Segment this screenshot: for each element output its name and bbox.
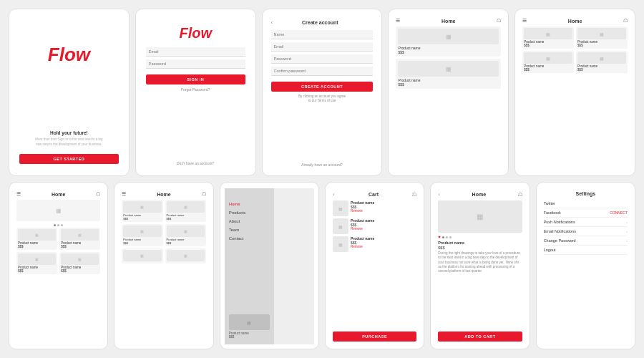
cart-header-icon[interactable]: ☖	[412, 192, 416, 198]
product-card-4[interactable]: ▦ Product name $$$	[576, 51, 628, 73]
detail-description: During the right drawings to take your l…	[438, 251, 522, 274]
dot-3	[61, 224, 63, 226]
phone-signin: Flow SIGN IN Forgot Password? Don't have…	[135, 9, 256, 176]
cart-icon4[interactable]: ☖	[202, 191, 206, 197]
create-password-input[interactable]	[271, 54, 374, 64]
already-have-account[interactable]: Already have an account?	[271, 163, 374, 167]
nav-item-about[interactable]: About	[229, 217, 270, 226]
detail-cart-icon[interactable]: ☖	[518, 192, 522, 198]
h4-img6: ▦	[167, 250, 205, 261]
bottom-product-row2: ▦ Product name $$$ ▦ Product name $$$	[16, 252, 100, 274]
home1-header: ☰ Home ☖	[396, 18, 501, 24]
product-card-2[interactable]: ▦ Product name $$$	[576, 26, 628, 49]
h4-p6[interactable]: ▦	[165, 248, 206, 263]
nav-overlay[interactable]	[274, 188, 314, 344]
detail-dot-2	[446, 236, 448, 238]
cart-icon[interactable]: ☖	[497, 18, 501, 24]
home4-screen: ☰ Home ☖ ▦ Product name $$$ ▦ Product na…	[119, 188, 208, 344]
detail-dot-1	[442, 236, 444, 238]
purchase-button[interactable]: PURCHASE	[333, 332, 416, 342]
no-account-text: Don't have an account?	[177, 161, 214, 165]
top-row: Flow Hold your future! More than from Si…	[9, 9, 635, 176]
product-card-1[interactable]: ▦ Product name $$$	[522, 26, 574, 49]
home4-title: Home	[126, 192, 201, 197]
bottom-img-icon-2: ▦	[78, 233, 82, 237]
detail-dot-3	[449, 236, 452, 238]
product-card-3[interactable]: ▦ Product name $$$	[522, 51, 574, 73]
settings-email[interactable]: Email Notifications ›	[544, 227, 628, 236]
settings-push[interactable]: Push Notifications ›	[544, 218, 628, 227]
bottom-img-icon-3: ▦	[35, 257, 39, 261]
h4-icon4: ▦	[184, 229, 187, 233]
bottom-product-4[interactable]: ▦ Product name $$$	[59, 252, 100, 274]
nav-drawer: Home Products About Team Contact ▦ Produ…	[225, 188, 274, 344]
add-to-cart-button[interactable]: ADD TO CART	[438, 332, 522, 342]
settings-facebook-value[interactable]: CONNECT	[610, 211, 628, 215]
remove-link-2[interactable]: Remove	[351, 227, 416, 231]
heart-icon[interactable]: ♥	[438, 235, 441, 239]
featured-product-price: $$$	[398, 50, 499, 54]
featured-product-card[interactable]: ▦ Product name $$$	[396, 26, 501, 57]
cart-img-icon-3: ▦	[338, 242, 343, 247]
cart-icon3[interactable]: ☖	[96, 191, 100, 197]
settings-password[interactable]: Change Password ›	[544, 236, 628, 246]
detail-img-icon: ▦	[477, 213, 483, 221]
settings-password-arrow: ›	[626, 238, 628, 243]
home1-screen: ☰ Home ☖ ▦ Product name $$$ ▦	[393, 15, 504, 171]
phone-home2: ☰ Home ☖ ▦ Product name $$$ ▦ Product na…	[514, 9, 635, 176]
nav-item-contact[interactable]: Contact	[229, 234, 270, 243]
create-email-input[interactable]	[271, 42, 374, 52]
nav-item-products[interactable]: Products	[229, 208, 270, 217]
cart-header: ‹ Cart ☖	[333, 191, 416, 198]
cart-icon2[interactable]: ☖	[623, 18, 628, 24]
h4-p2[interactable]: ▦ Product name $$$	[165, 200, 206, 222]
settings-facebook[interactable]: Facebook CONNECT	[544, 208, 628, 218]
bottom-product-2[interactable]: ▦ Product name $$$	[59, 228, 100, 250]
home2-header: ☰ Home ☖	[522, 18, 628, 24]
product-img-2: ▦	[577, 28, 626, 39]
h4-p4[interactable]: ▦ Product name $$$	[165, 224, 206, 246]
bottom-price-3: $$$	[18, 269, 56, 273]
cart-title: Cart	[335, 192, 413, 197]
product-price-3: $$$	[524, 68, 572, 72]
img-icon-2: ▦	[600, 32, 604, 37]
settings-twitter-label: Twitter	[544, 201, 555, 205]
email-input[interactable]	[146, 47, 245, 57]
featured-product-card2[interactable]: ▦ Product name $$$	[396, 59, 501, 89]
name-input[interactable]	[271, 30, 374, 39]
cart-item-3: ▦ Product name $$$ Remove	[333, 236, 416, 252]
create-account-button[interactable]: CREATE ACCOUNT	[271, 82, 374, 92]
settings-twitter[interactable]: Twitter	[544, 199, 628, 208]
settings-logout[interactable]: Logout	[544, 246, 628, 255]
phone-detail: ‹ Home ☖ ▦ ♥ Pro	[430, 182, 530, 349]
password-input[interactable]	[146, 59, 245, 69]
h4-p1[interactable]: ▦ Product name $$$	[122, 200, 162, 222]
h4-icon6: ▦	[184, 253, 187, 258]
canvas: Flow Hold your future! More than from Si…	[0, 0, 644, 358]
h4-p3[interactable]: ▦ Product name $$$	[122, 224, 162, 246]
remove-link-1[interactable]: Remove	[351, 209, 416, 213]
nav-item-team[interactable]: Team	[229, 226, 270, 234]
bottom-price-1: $$$	[18, 245, 56, 248]
splash-logo: Flow	[48, 44, 90, 66]
bottom-product-3[interactable]: ▦ Product name $$$	[16, 252, 57, 274]
image-placeholder-icon: ▦	[446, 34, 452, 40]
cart-img-icon-1: ▦	[338, 206, 343, 211]
phone-nav-menu: Home Products About Team Contact ▦ Produ…	[220, 182, 319, 349]
confirm-password-input[interactable]	[271, 67, 374, 76]
get-started-button[interactable]: GET STARTED	[19, 154, 119, 164]
forgot-password-link[interactable]: Forgot Password?	[181, 87, 210, 92]
img-icon-4: ▦	[600, 56, 604, 61]
cart-item-details-3: Product name $$$ Remove	[351, 236, 416, 248]
signin-button[interactable]: SIGN IN	[146, 74, 245, 84]
bottom-product-1[interactable]: ▦ Product name $$$	[16, 228, 57, 250]
remove-link-3[interactable]: Remove	[351, 245, 416, 248]
detail-product-img: ▦	[438, 200, 522, 233]
h4-icon5: ▦	[140, 253, 144, 258]
h4-p5[interactable]: ▦	[122, 248, 162, 263]
dot-2	[57, 224, 59, 226]
nav-item-home[interactable]: Home	[229, 200, 270, 208]
image-placeholder-icon2: ▦	[446, 66, 452, 72]
h4-price3: $$$	[123, 241, 161, 245]
phone-settings: Settings Twitter Facebook CONNECT Push N…	[536, 182, 635, 349]
